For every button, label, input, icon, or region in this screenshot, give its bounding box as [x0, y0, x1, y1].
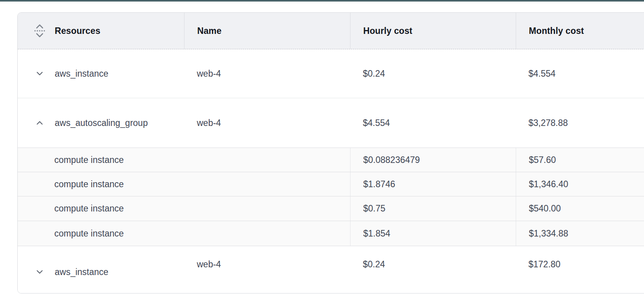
expand-collapse-all-icon[interactable]: [33, 23, 46, 38]
resource-type: aws_autoscaling_group: [55, 118, 148, 128]
table-row[interactable]: aws_instance web-4 $0.24 $172.80: [18, 246, 644, 294]
resource-type: aws_instance: [55, 69, 108, 79]
table-subrow: compute instance $0.75 $540.00: [18, 196, 644, 221]
top-accent-bar: [0, 0, 644, 2]
hourly-cost-value: $4.554: [350, 98, 516, 148]
monthly-cost-value: $540.00: [516, 196, 644, 221]
table-row[interactable]: aws_instance web-4 $0.24 $4.554: [18, 49, 644, 98]
cost-breakdown-table: Resources Name Hourly cost Monthly cost …: [17, 12, 644, 294]
monthly-cost-value: $4.554: [516, 49, 644, 98]
column-header-label: Name: [197, 26, 221, 36]
monthly-cost-value: $3,278.88: [516, 98, 644, 148]
resource-name: web-4: [184, 98, 350, 148]
table-subrow: compute instance $1.8746 $1,346.40: [18, 172, 644, 196]
column-header-resources: Resources: [18, 13, 184, 49]
table-subrow: compute instance $1.854 $1,334.88: [18, 221, 644, 246]
hourly-cost-value: $0.088236479: [350, 148, 516, 172]
column-header-label: Resources: [55, 26, 101, 36]
component-label: compute instance: [18, 148, 350, 172]
column-header-monthly-cost: Monthly cost: [516, 13, 644, 49]
table-row[interactable]: aws_autoscaling_group web-4 $4.554 $3,27…: [18, 98, 644, 148]
resource-name: web-4: [184, 49, 350, 98]
hourly-cost-value: $0.24: [350, 49, 516, 98]
hourly-cost-value: $1.8746: [350, 172, 516, 196]
hourly-cost-value: $1.854: [350, 221, 516, 246]
resource-type: aws_instance: [55, 267, 108, 277]
monthly-cost-value: $172.80: [516, 246, 644, 294]
column-header-name: Name: [184, 13, 350, 49]
chevron-up-icon[interactable]: [33, 118, 46, 128]
chevron-down-icon[interactable]: [33, 267, 46, 277]
component-label: compute instance: [18, 172, 350, 196]
hourly-cost-value: $0.75: [350, 196, 516, 221]
table-subrow: compute instance $0.088236479 $57.60: [18, 148, 644, 172]
hourly-cost-value: $0.24: [350, 246, 516, 294]
monthly-cost-value: $57.60: [516, 148, 644, 172]
resource-name: web-4: [184, 246, 350, 294]
column-header-label: Hourly cost: [363, 26, 413, 36]
table-header-row: Resources Name Hourly cost Monthly cost: [18, 13, 644, 49]
monthly-cost-value: $1,334.88: [516, 221, 644, 246]
column-header-label: Monthly cost: [529, 26, 584, 36]
component-label: compute instance: [18, 221, 350, 246]
component-label: compute instance: [18, 196, 350, 221]
column-header-hourly-cost: Hourly cost: [350, 13, 516, 49]
chevron-down-icon[interactable]: [33, 69, 46, 79]
monthly-cost-value: $1,346.40: [516, 172, 644, 196]
